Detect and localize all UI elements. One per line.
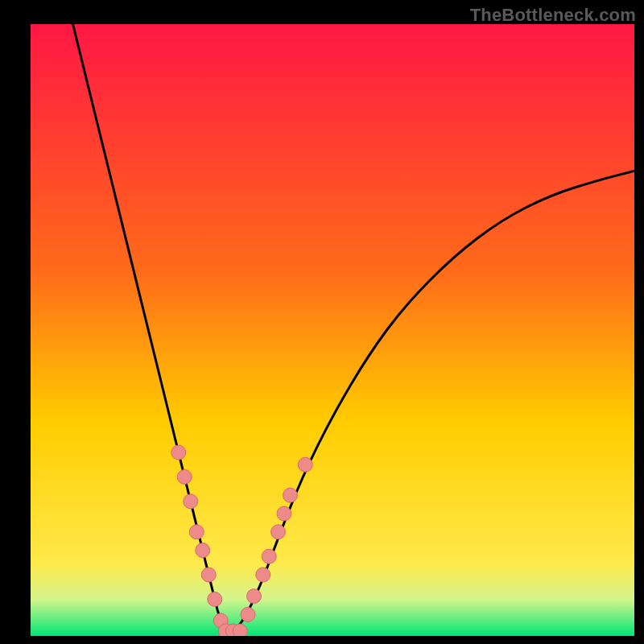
marker-highlight-points-3 xyxy=(189,525,204,539)
chart-canvas xyxy=(0,0,644,644)
marker-highlight-points-17 xyxy=(283,488,298,502)
marker-highlight-points-16 xyxy=(277,506,291,521)
marker-highlight-points-10 xyxy=(233,624,247,638)
marker-highlight-points-14 xyxy=(262,549,276,564)
marker-highlight-points-13 xyxy=(256,568,270,582)
marker-highlight-points-15 xyxy=(271,525,286,539)
marker-highlight-points-2 xyxy=(184,494,198,509)
marker-highlight-points-4 xyxy=(196,543,210,558)
chart-frame: TheBottleneck.com xyxy=(0,0,644,644)
marker-highlight-points-11 xyxy=(241,607,255,621)
marker-highlight-points-1 xyxy=(177,469,192,484)
marker-highlight-points-18 xyxy=(298,457,312,472)
plot-background xyxy=(31,24,634,636)
watermark-text: TheBottleneck.com xyxy=(470,5,636,26)
marker-highlight-points-12 xyxy=(247,589,262,604)
marker-highlight-points-5 xyxy=(201,568,216,582)
marker-highlight-points-0 xyxy=(171,445,186,460)
marker-highlight-points-6 xyxy=(208,592,222,606)
